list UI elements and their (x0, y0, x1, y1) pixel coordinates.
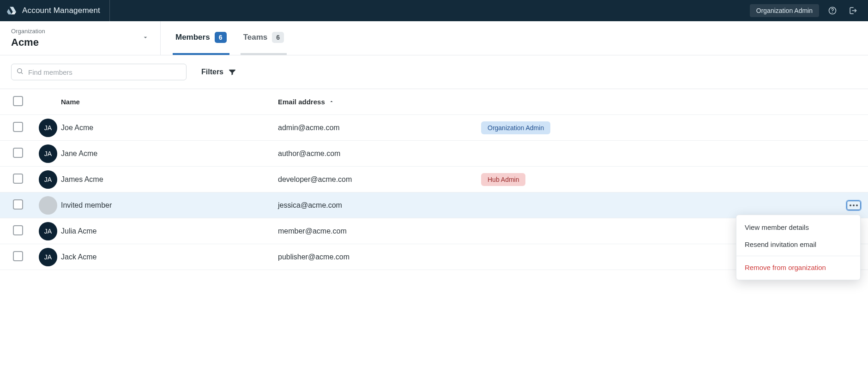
th-email-label: Email address (278, 98, 325, 106)
org-name: Acme (11, 36, 45, 48)
svg-point-13 (853, 204, 855, 206)
filters-button[interactable]: Filters (201, 68, 236, 76)
member-name: Jack Acme (61, 253, 278, 261)
member-role-cell: Organization Admin (481, 121, 828, 134)
member-role-cell: Hub Admin (481, 173, 828, 186)
member-name: Julia Acme (61, 227, 278, 235)
role-chip: Organization Admin (750, 4, 819, 17)
svg-point-2 (18, 69, 22, 73)
member-name: James Acme (61, 175, 278, 184)
table-row: JA Jane Acme author@acme.com (0, 141, 868, 167)
menu-item[interactable]: View member details (736, 219, 860, 236)
row-actions (828, 175, 861, 184)
topbar: Account Management Organization Admin (0, 0, 868, 21)
row-actions (828, 123, 861, 132)
org-label-group: Organization Acme (11, 28, 45, 48)
drive-icon (6, 6, 17, 16)
member-email: publisher@acme.com (278, 253, 481, 261)
table-row: Invited member jessica@acme.com View mem… (0, 192, 868, 218)
avatar: JA (39, 119, 57, 137)
row-checkbox[interactable] (13, 174, 23, 184)
row-checkbox[interactable] (13, 251, 23, 261)
app-title: Account Management (22, 6, 100, 15)
chevron-down-icon (142, 34, 149, 43)
member-name: Invited member (61, 201, 278, 210)
table-row: JA James Acme developer@acme.com Hub Adm… (0, 167, 868, 192)
avatar: JA (39, 170, 57, 189)
svg-point-14 (856, 204, 858, 206)
member-name: Jane Acme (61, 150, 278, 158)
avatar: JA (39, 144, 57, 163)
row-actions: View member detailsResend invitation ema… (828, 201, 861, 210)
org-label: Organization (11, 28, 45, 35)
help-icon[interactable] (826, 4, 839, 18)
search-icon (16, 67, 24, 77)
role-badge: Organization Admin (481, 121, 550, 134)
row-context-menu: View member detailsResend invitation ema… (736, 215, 861, 280)
role-badge: Hub Admin (481, 173, 525, 186)
row-actions (828, 149, 861, 158)
tab-teams[interactable]: Teams 6 (241, 21, 287, 55)
avatar: JA (39, 248, 57, 266)
filter-icon (228, 68, 236, 76)
search[interactable] (11, 64, 187, 80)
toolbar: Filters (0, 55, 868, 89)
row-menu-button[interactable] (847, 201, 861, 210)
row-checkbox[interactable] (13, 148, 23, 158)
svg-point-1 (832, 12, 833, 13)
table-header-row: Name Email address (0, 89, 868, 115)
member-email: developer@acme.com (278, 175, 481, 184)
menu-item[interactable]: Resend invitation email (736, 236, 860, 253)
row-checkbox[interactable] (13, 199, 23, 210)
topbar-left: Account Management (0, 0, 110, 21)
th-name[interactable]: Name (61, 98, 278, 106)
member-email: author@acme.com (278, 150, 481, 158)
member-name: Joe Acme (61, 124, 278, 132)
tab-count: 6 (272, 32, 284, 43)
subheader: Organization Acme Members 6 Teams 6 (0, 21, 868, 55)
sort-asc-icon (329, 98, 334, 106)
filters-label: Filters (201, 68, 223, 76)
avatar (39, 196, 57, 215)
tab-members[interactable]: Members 6 (173, 21, 229, 55)
th-email[interactable]: Email address (278, 98, 481, 106)
member-email: member@acme.com (278, 227, 481, 235)
brand: Account Management (0, 0, 110, 21)
tab-label: Teams (243, 33, 268, 42)
search-input[interactable] (27, 68, 181, 77)
row-checkbox[interactable] (13, 122, 23, 132)
select-all-checkbox[interactable] (13, 96, 23, 106)
table-row: JA Joe Acme admin@acme.com Organization … (0, 115, 868, 141)
svg-point-12 (850, 204, 851, 206)
logout-icon[interactable] (846, 4, 860, 18)
member-email: jessica@acme.com (278, 201, 481, 210)
member-email: admin@acme.com (278, 124, 481, 132)
members-table: Name Email address JA Joe Acme admin@acm… (0, 89, 868, 270)
avatar: JA (39, 222, 57, 240)
menu-item[interactable]: Remove from organization (736, 259, 860, 276)
tabs: Members 6 Teams 6 (161, 21, 287, 55)
tab-label: Members (175, 33, 210, 42)
topbar-right: Organization Admin (750, 4, 863, 18)
tab-count: 6 (215, 32, 227, 43)
menu-divider (736, 256, 860, 256)
org-selector[interactable]: Organization Acme (0, 21, 161, 55)
row-checkbox[interactable] (13, 225, 23, 235)
